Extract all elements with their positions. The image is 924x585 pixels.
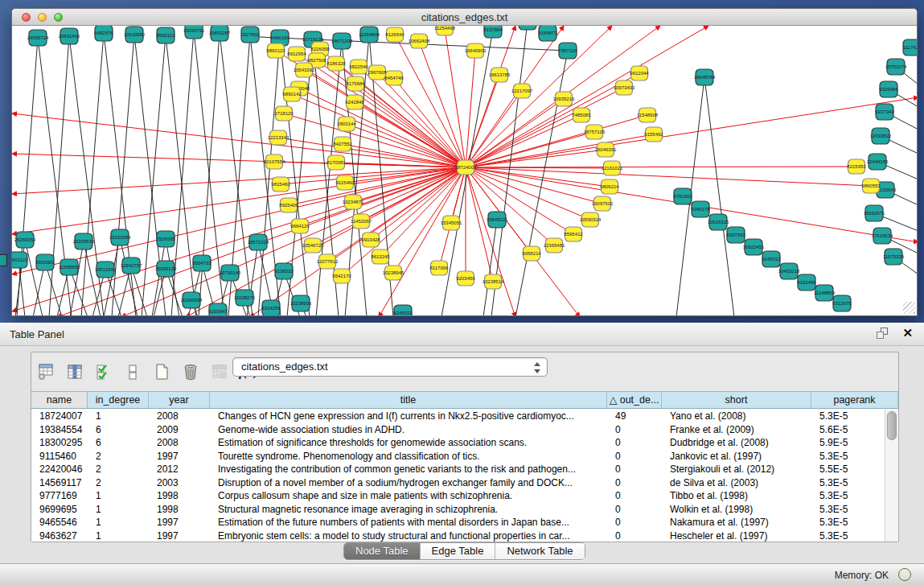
show-columns-button[interactable] [65, 362, 84, 381]
column-header-pagerank[interactable]: pagerank [811, 392, 898, 408]
graph-node-yellow[interactable]: 10662408 [409, 34, 430, 48]
graph-node-yellow[interactable]: 12217097 [511, 84, 533, 98]
graph-node-yellow[interactable]: 9155492 [644, 127, 663, 142]
graph-node-teal[interactable]: 9227343 [875, 104, 894, 120]
network-window-titlebar[interactable]: citations_edges.txt [12, 9, 917, 26]
graph-node-teal[interactable]: 9245033 [393, 305, 413, 315]
graph-node-teal[interactable]: 16571324 [248, 234, 269, 250]
column-header-name[interactable]: name [31, 392, 88, 408]
graph-node-yellow[interactable]: 9115460 [336, 175, 355, 190]
table-row[interactable]: 2242004622012Investigating the contribut… [31, 463, 885, 476]
graph-node-teal[interactable]: 10790145 [220, 265, 241, 281]
graph-node-teal[interactable]: 14513342 [95, 262, 117, 278]
citation-edge-red[interactable] [466, 115, 581, 167]
graph-node-yellow[interactable]: 9058214 [522, 246, 541, 261]
table-row[interactable]: 969969511998Structural magnetic resonanc… [31, 503, 885, 517]
graph-node-yellow[interactable]: 12213343 [268, 130, 290, 145]
citation-edge-red[interactable] [445, 28, 466, 167]
graph-node-teal[interactable]: 9504733 [192, 255, 211, 271]
citation-edge-red[interactable] [395, 35, 466, 167]
graph-node-teal[interactable]: 12610582 [124, 27, 146, 43]
graph-node-yellow[interactable]: 9242848 [345, 95, 364, 109]
citation-edge-black[interactable] [199, 33, 220, 315]
graph-node-teal[interactable]: 11248809 [814, 285, 836, 301]
graph-node-yellow[interactable]: 9822546 [349, 60, 368, 74]
graph-node-yellow[interactable]: 12161021 [602, 161, 623, 175]
graph-node-teal[interactable]: 20206536 [73, 233, 95, 249]
graph-node-yellow[interactable]: 11548908 [637, 108, 659, 122]
vertical-scrollbar[interactable] [885, 410, 898, 542]
graph-node-yellow[interactable]: 9203450 [456, 271, 475, 286]
graph-node-yellow[interactable]: 18724007 [455, 160, 477, 175]
citation-edge-red[interactable] [186, 167, 466, 315]
graph-node-yellow[interactable]: 10107554 [264, 154, 285, 169]
graph-node-yellow[interactable]: 8912954 [287, 47, 306, 61]
citation-edge-black[interactable] [70, 241, 84, 315]
graph-node-teal[interactable]: 11038276 [234, 290, 256, 306]
graph-node-yellow[interactable]: 9806214 [600, 179, 619, 194]
graph-node-yellow[interactable]: 8925406 [279, 198, 298, 212]
graph-node-teal[interactable]: 11675339 [883, 249, 905, 265]
graph-node-teal[interactable]: 16648784 [694, 69, 716, 85]
graph-node-teal[interactable]: 11054808 [359, 27, 380, 43]
graph-node-teal[interactable]: 8801123 [12, 252, 28, 268]
graph-node-yellow[interactable]: 10543392 [294, 63, 315, 77]
graph-node-yellow[interactable]: 9815460 [271, 177, 290, 192]
graph-node-yellow[interactable]: 8117006 [430, 261, 450, 275]
scrollbar-thumb[interactable] [887, 411, 897, 440]
graph-node-yellow[interactable]: 8170081 [326, 155, 346, 170]
graph-node-teal[interactable]: 15845021 [487, 212, 508, 228]
graph-node-teal[interactable]: 9312675 [832, 295, 852, 311]
graph-node-teal[interactable]: 8267543 [726, 227, 745, 243]
graph-node-yellow[interactable]: 10973493 [614, 80, 635, 95]
graph-node-teal[interactable]: 20691406 [59, 28, 80, 44]
column-header-year[interactable]: year [149, 392, 210, 408]
graph-node-teal[interactable]: 8990113 [157, 27, 176, 43]
graph-node-teal[interactable]: 3915901 [35, 254, 55, 270]
table-row[interactable]: 1830029562008Estimation of significance … [31, 436, 885, 450]
citation-edge-red[interactable] [466, 51, 475, 167]
graph-node-teal[interactable]: 12942757 [121, 257, 142, 274]
graph-node-yellow[interactable]: 18757105 [584, 125, 606, 139]
import-table-button[interactable] [210, 362, 229, 381]
select-rows-button[interactable] [94, 362, 113, 381]
graph-node-teal[interactable]: 17016534 [872, 228, 893, 244]
graph-node-teal[interactable]: 10922451 [743, 239, 765, 255]
graph-node-teal[interactable]: 9154873 [538, 26, 557, 41]
graph-node-yellow[interactable]: 19613785 [489, 68, 511, 82]
tab-network-table[interactable]: Network Table [495, 543, 584, 559]
delete-column-button[interactable] [181, 362, 200, 381]
graph-node-teal[interactable]: 20260568 [181, 292, 203, 308]
graph-node-yellow[interactable]: 16640900 [465, 43, 487, 58]
graph-node-teal[interactable]: 15026791 [183, 26, 205, 39]
graph-node-yellow[interactable]: 7485083 [572, 108, 591, 122]
citation-edge-red[interactable] [466, 167, 590, 220]
table-row[interactable]: 946362711997Embryonic stem cells: a mode… [31, 529, 885, 542]
graph-node-teal[interactable]: 12444155 [867, 154, 889, 170]
graph-node-teal[interactable]: 9245012 [762, 251, 781, 267]
graph-node-teal[interactable]: 25260050 [14, 232, 36, 248]
graph-node-teal[interactable]: 10653287 [209, 26, 231, 41]
graph-node-yellow[interactable]: 10238945 [383, 266, 405, 280]
graph-node-teal[interactable]: 15692971 [864, 205, 885, 221]
column-header-in_degree[interactable]: in_degree [88, 392, 149, 408]
graph-node-teal[interactable]: 13152989 [109, 229, 131, 245]
column-header-title[interactable]: title [210, 392, 607, 408]
graph-node-teal[interactable]: 2526005 [156, 231, 175, 247]
graph-node-teal[interactable]: 24055724 [27, 30, 49, 46]
network-canvas[interactable]: 2405572420691406948257612610582899011315… [12, 26, 917, 315]
clear-selection-button[interactable] [123, 362, 142, 381]
table-row[interactable]: 1872400712008Changes of HCN gene express… [31, 410, 885, 423]
graph-node-teal[interactable]: 10453218 [778, 263, 800, 279]
graph-node-yellow[interactable]: 9860123 [266, 43, 285, 58]
graph-node-yellow[interactable]: 8126540 [385, 27, 405, 42]
citation-edge-red[interactable] [466, 167, 856, 167]
graph-node-yellow[interactable]: 8595412 [564, 227, 583, 241]
citation-edge-black[interactable] [483, 220, 497, 315]
graph-node-yellow[interactable]: 15345051 [441, 216, 462, 230]
graph-node-yellow[interactable]: 8454749 [384, 71, 404, 85]
citation-edge-black[interactable] [704, 77, 734, 315]
graph-node-teal[interactable]: 9203847 [208, 303, 228, 315]
graph-node-yellow[interactable]: 11452067 [351, 214, 372, 229]
graph-node-yellow[interactable]: 10546723 [302, 238, 324, 253]
